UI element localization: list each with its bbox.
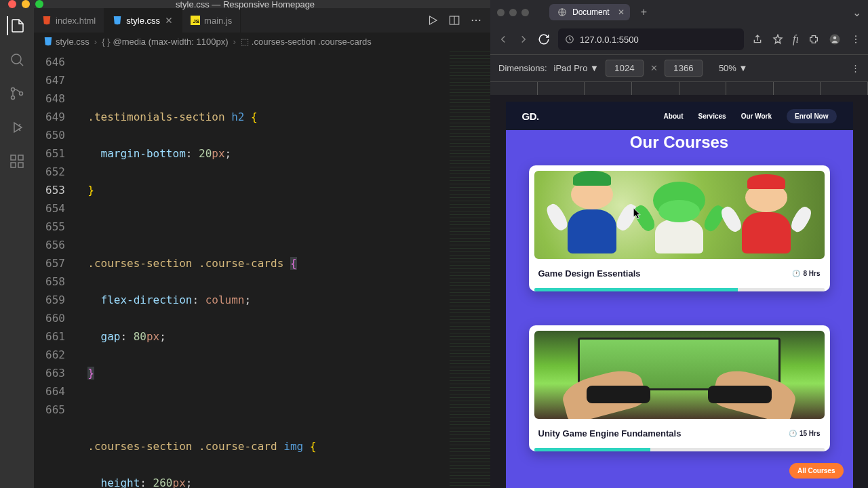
split-editor-icon[interactable]: [448, 14, 460, 26]
progress-bar: [534, 448, 825, 451]
height-input[interactable]: [665, 60, 703, 77]
explorer-icon[interactable]: [7, 16, 26, 35]
site-header: GD. About Services Our Work Enrol Now: [506, 102, 853, 130]
close-tab-icon[interactable]: [164, 16, 174, 25]
window-controls: [8, 0, 43, 8]
svg-point-0: [12, 54, 21, 64]
menu-icon[interactable]: [850, 34, 861, 45]
window-title: style.css — Responsive Homepage: [176, 0, 315, 9]
enrol-button[interactable]: Enrol Now: [787, 109, 836, 123]
svg-point-3: [20, 92, 23, 96]
devtools-more-icon[interactable]: ⋮: [851, 63, 860, 73]
browser-maximize[interactable]: [521, 9, 529, 16]
code-editor[interactable]: 6466476486496506516526536546556566576586…: [34, 50, 490, 488]
minimize-window[interactable]: [22, 0, 30, 8]
nav-our-work[interactable]: Our Work: [741, 113, 772, 120]
activity-bar: 1: [0, 8, 34, 488]
editor-tabs: index.html style.css JS main.js: [34, 8, 490, 33]
course-card[interactable]: Game Design Essentials 🕐 8 Hrs: [529, 165, 830, 291]
tab-label: style.css: [126, 16, 160, 26]
line-gutter: 6466476486496506516526536546556566576586…: [34, 50, 75, 488]
svg-point-2: [12, 96, 15, 100]
width-input[interactable]: [606, 60, 644, 77]
tab-main-js[interactable]: JS main.js: [182, 8, 241, 33]
browser-tab-close-icon[interactable]: ✕: [618, 7, 625, 17]
svg-point-1: [12, 88, 15, 92]
course-cards: Game Design Essentials 🕐 8 Hrs Unity Gam…: [506, 165, 853, 451]
breadcrumb[interactable]: style.css › { } @media (max-width: 1100p…: [34, 33, 490, 50]
device-selector[interactable]: iPad Pro ▼: [554, 63, 599, 73]
browser-tab[interactable]: Document ✕: [549, 4, 630, 20]
dimensions-label: Dimensions:: [498, 63, 547, 73]
new-tab-icon[interactable]: +: [641, 6, 647, 18]
editor-area: index.html style.css JS main.js: [34, 8, 490, 488]
search-icon[interactable]: [7, 50, 26, 69]
browser-toolbar: 127.0.0.1:5500 fı: [490, 24, 868, 54]
browser-chevron-icon[interactable]: ⌄: [852, 6, 861, 19]
extensions-puzzle-icon[interactable]: [808, 34, 819, 45]
share-icon[interactable]: [752, 34, 763, 45]
back-icon[interactable]: [497, 33, 509, 45]
address-bar[interactable]: 127.0.0.1:5500: [558, 28, 744, 50]
svg-point-21: [855, 39, 856, 40]
svg-rect-7: [18, 155, 23, 160]
svg-point-20: [855, 35, 856, 37]
breadcrumb-media: @media (max-width: 1100px): [113, 37, 228, 47]
breadcrumb-file: style.css: [56, 37, 90, 47]
tab-label: main.js: [204, 16, 232, 26]
extensions-icon[interactable]: [7, 152, 26, 171]
browser-titlebar: Document ✕ + ⌄: [490, 0, 868, 24]
browser-minimize[interactable]: [509, 9, 517, 16]
svg-point-14: [475, 20, 477, 21]
editor-actions: [427, 14, 490, 26]
svg-point-19: [833, 37, 837, 40]
browser-window-controls: [497, 9, 529, 16]
minimap[interactable]: [450, 50, 490, 488]
nav-about[interactable]: About: [664, 113, 684, 120]
section-title: Our Courses: [506, 130, 853, 165]
responsive-ruler[interactable]: [490, 81, 868, 95]
course-title: Game Design Essentials: [538, 268, 641, 279]
browser-close[interactable]: [497, 9, 505, 16]
zoom-selector[interactable]: 50% ▼: [719, 63, 748, 73]
course-hours: 🕐 15 Hrs: [789, 430, 821, 437]
forward-icon[interactable]: [517, 33, 530, 45]
site-nav: About Services Our Work Enrol Now: [664, 109, 837, 123]
svg-point-13: [472, 20, 473, 21]
tab-style-css[interactable]: style.css: [104, 8, 182, 33]
site-logo[interactable]: GD.: [522, 110, 539, 122]
reload-icon[interactable]: [538, 33, 550, 45]
course-image: [534, 331, 825, 419]
profile-icon[interactable]: [829, 33, 841, 45]
progress-bar: [534, 288, 825, 291]
course-card[interactable]: Unity Game Engine Fundamentals 🕐 15 Hrs: [529, 325, 830, 451]
code-content[interactable]: .testimonials-section h2 { margin-bottom…: [75, 50, 490, 488]
svg-point-22: [855, 42, 856, 43]
debug-icon[interactable]: [7, 118, 26, 137]
svg-rect-5: [11, 163, 16, 167]
tab-index-html[interactable]: index.html: [34, 8, 104, 33]
svg-point-15: [479, 20, 480, 21]
more-icon[interactable]: [470, 14, 482, 26]
close-window[interactable]: [8, 0, 16, 8]
course-image: [534, 171, 825, 259]
nav-services[interactable]: Services: [698, 113, 726, 120]
responsive-viewport[interactable]: GD. About Services Our Work Enrol Now Ou…: [490, 95, 868, 488]
bookmark-icon[interactable]: [772, 34, 783, 45]
rendered-page: GD. About Services Our Work Enrol Now Ou…: [506, 102, 853, 488]
tab-label: index.html: [56, 16, 96, 26]
reader-icon[interactable]: fı: [793, 33, 799, 45]
url-text: 127.0.0.1:5500: [580, 35, 639, 45]
maximize-window[interactable]: [35, 0, 43, 8]
browser-tab-title: Document: [572, 7, 610, 17]
breadcrumb-selector: .courses-section .course-cards: [252, 37, 372, 47]
browser-window: Document ✕ + ⌄ 127.0.0.1:5500 fı Dimensi…: [490, 0, 868, 488]
course-title: Unity Game Engine Fundamentals: [538, 428, 682, 439]
course-hours: 🕐 8 Hrs: [792, 270, 820, 277]
dimension-separator: ✕: [650, 63, 658, 73]
vscode-window: style.css — Responsive Homepage 1: [0, 0, 490, 488]
all-courses-button[interactable]: All Courses: [789, 463, 844, 479]
source-control-icon[interactable]: [7, 84, 26, 103]
svg-rect-6: [18, 163, 23, 167]
run-icon[interactable]: [427, 14, 439, 26]
